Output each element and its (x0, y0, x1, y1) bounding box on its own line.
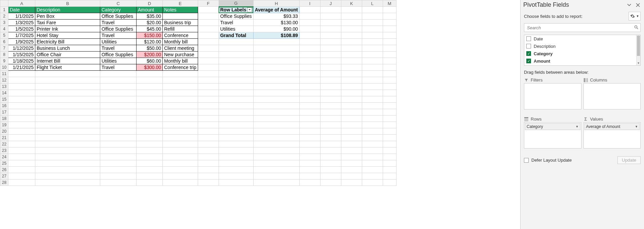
cell[interactable]: $20.00 (137, 20, 163, 26)
cell[interactable] (163, 109, 198, 116)
cell[interactable]: Business trip (163, 20, 198, 26)
row-header[interactable]: 9 (0, 58, 8, 64)
cell[interactable] (299, 71, 320, 77)
row-header[interactable]: 15 (0, 96, 8, 103)
cell[interactable] (219, 52, 253, 58)
cell[interactable] (100, 77, 137, 84)
row-header[interactable]: 14 (0, 90, 8, 96)
select-all-corner[interactable] (0, 0, 8, 7)
cell[interactable] (137, 103, 163, 109)
cell[interactable] (137, 148, 163, 154)
cell[interactable] (341, 135, 362, 141)
cell[interactable] (253, 45, 299, 52)
cell[interactable] (219, 167, 253, 173)
row-header[interactable]: 26 (0, 167, 8, 173)
cell[interactable] (299, 26, 320, 32)
field-item[interactable]: Description (524, 42, 640, 50)
cell[interactable] (362, 26, 383, 32)
cell[interactable] (219, 154, 253, 160)
cell[interactable] (35, 109, 100, 116)
cell[interactable] (341, 160, 362, 167)
cell[interactable]: $150.00 (137, 32, 163, 39)
cell[interactable] (198, 84, 219, 90)
cell[interactable] (383, 77, 396, 84)
cell[interactable] (320, 128, 341, 135)
cell[interactable] (198, 20, 219, 26)
cell[interactable]: Client meeting (163, 45, 198, 52)
cell[interactable]: Grand Total (219, 32, 253, 39)
values-area[interactable]: ΣValues Average of Amount▼ (583, 116, 641, 153)
cell[interactable] (253, 160, 299, 167)
cell[interactable] (137, 122, 163, 128)
cell[interactable]: Pen Box (35, 13, 100, 20)
row-header[interactable]: 12 (0, 77, 8, 84)
cell[interactable] (253, 96, 299, 103)
cell[interactable] (299, 109, 320, 116)
cell[interactable] (8, 71, 35, 77)
cell[interactable] (253, 84, 299, 90)
cell[interactable] (137, 141, 163, 148)
cell[interactable] (8, 141, 35, 148)
cell[interactable]: Conference trip (163, 64, 198, 71)
cell[interactable] (198, 90, 219, 96)
col-header-D[interactable]: D (137, 0, 163, 7)
cell[interactable] (137, 173, 163, 179)
cell[interactable] (253, 77, 299, 84)
cell[interactable] (320, 167, 341, 173)
cell[interactable] (320, 39, 341, 45)
cell[interactable] (362, 179, 383, 186)
cell[interactable]: 1/9/2025 (8, 39, 35, 45)
cell[interactable]: Conference (163, 32, 198, 39)
cell[interactable] (35, 167, 100, 173)
cell[interactable]: Electricity Bill (35, 39, 100, 45)
cell[interactable] (137, 90, 163, 96)
cell[interactable] (253, 64, 299, 71)
cell[interactable] (137, 96, 163, 103)
cell[interactable] (383, 103, 396, 109)
cell[interactable] (362, 122, 383, 128)
cell[interactable] (362, 148, 383, 154)
rows-area[interactable]: Rows Category▼ (524, 116, 581, 153)
cell[interactable] (35, 122, 100, 128)
cell[interactable]: Utilities (100, 39, 137, 45)
cell[interactable] (163, 90, 198, 96)
cell[interactable]: Notes (163, 7, 198, 13)
cell[interactable] (8, 77, 35, 84)
cell[interactable] (341, 109, 362, 116)
cell[interactable] (8, 90, 35, 96)
row-header[interactable]: 10 (0, 64, 8, 71)
cell[interactable] (198, 7, 219, 13)
cell[interactable] (253, 71, 299, 77)
cell[interactable] (362, 116, 383, 122)
columns-area[interactable]: Columns (583, 77, 641, 114)
cell[interactable] (299, 45, 320, 52)
cell[interactable] (383, 71, 396, 77)
cell[interactable] (341, 52, 362, 58)
cell[interactable] (137, 71, 163, 77)
cell[interactable] (219, 141, 253, 148)
cell[interactable] (163, 160, 198, 167)
cell[interactable] (299, 90, 320, 96)
cell[interactable] (299, 20, 320, 26)
cell[interactable] (362, 96, 383, 103)
row-header[interactable]: 27 (0, 173, 8, 179)
cell[interactable] (137, 135, 163, 141)
cell[interactable] (8, 160, 35, 167)
cell[interactable] (383, 148, 396, 154)
cell[interactable]: Monthly bill (163, 58, 198, 64)
cell[interactable]: Monthly bill (163, 39, 198, 45)
scroll-thumb[interactable] (637, 36, 640, 56)
row-header[interactable]: 6 (0, 39, 8, 45)
col-header-F[interactable]: F (198, 0, 219, 7)
field-checkbox[interactable]: ✓ (526, 51, 531, 56)
cell[interactable]: $130.00 (253, 20, 299, 26)
cell[interactable] (100, 173, 137, 179)
cell[interactable] (320, 173, 341, 179)
cell[interactable] (362, 109, 383, 116)
cell[interactable] (163, 154, 198, 160)
cell[interactable]: Hotel Stay (35, 32, 100, 39)
cell[interactable] (198, 77, 219, 84)
cell[interactable] (163, 103, 198, 109)
cell[interactable] (198, 71, 219, 77)
col-header-K[interactable]: K (341, 0, 362, 7)
